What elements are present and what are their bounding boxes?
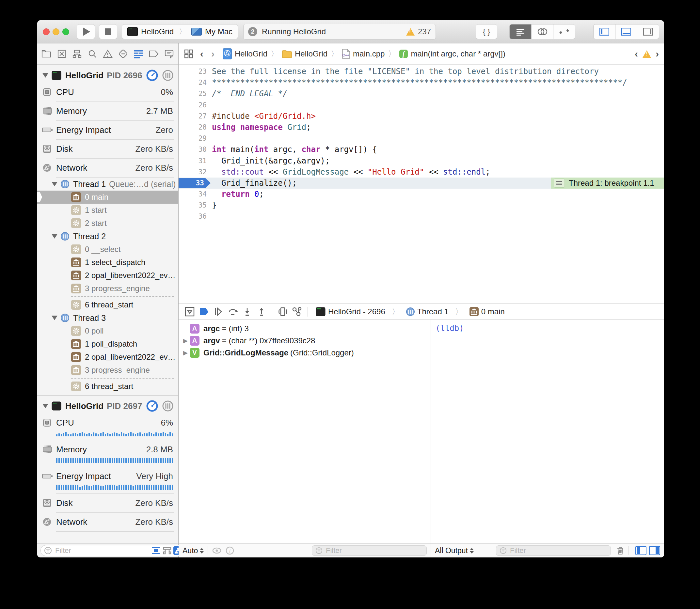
line-number[interactable]: 34 xyxy=(178,189,212,200)
code-line[interactable]: 24**************************************… xyxy=(178,77,664,88)
stat-row-network[interactable]: NetworkZero KB/s xyxy=(37,515,178,529)
stat-row-disk[interactable]: DiskZero KB/s xyxy=(37,496,178,510)
jumpbar-item[interactable]: C++main.cpp xyxy=(342,49,385,59)
previous-issue-button[interactable]: ‹ xyxy=(635,48,638,59)
issue-warning-icon[interactable] xyxy=(643,50,651,58)
next-issue-button[interactable]: › xyxy=(655,48,659,59)
tab-symbol-navigator[interactable] xyxy=(72,49,82,59)
back-button[interactable]: ‹ xyxy=(200,48,203,59)
disclosure-right-icon[interactable]: ▶ xyxy=(181,337,190,344)
toggle-navigator-button[interactable] xyxy=(594,24,615,39)
line-number[interactable]: 23 xyxy=(178,66,212,77)
debug-breadcrumb-item[interactable]: HelloGrid - 2696 xyxy=(316,307,385,316)
stack-frame-row[interactable]: 0 main xyxy=(37,191,178,204)
code-line[interactable]: 28using namespace Grid; xyxy=(178,122,664,133)
variable-row[interactable]: Aargc = (int) 3 xyxy=(178,323,431,334)
code-line[interactable]: 27#include <Grid/Grid.h> xyxy=(178,111,664,122)
code-line[interactable]: 35} xyxy=(178,200,664,211)
line-number[interactable]: 27 xyxy=(178,111,212,122)
step-into-button[interactable] xyxy=(240,307,254,316)
line-number[interactable]: 32 xyxy=(178,167,212,177)
stack-frame-row[interactable]: 6 thread_start xyxy=(37,298,178,311)
code-line[interactable]: 23See the full license in the file "LICE… xyxy=(178,66,664,77)
step-over-button[interactable] xyxy=(226,307,240,316)
zoom-window-button[interactable] xyxy=(62,29,69,35)
stack-frame-row[interactable]: 6 thread_start xyxy=(37,380,178,393)
source-editor[interactable]: 23See the full license in the file "LICE… xyxy=(178,65,664,303)
stat-row-cpu[interactable]: CPU0% xyxy=(37,85,178,99)
stack-frame-row[interactable]: 3 progress_engine xyxy=(37,364,178,377)
thread-row[interactable]: Thread 3 xyxy=(37,311,178,325)
code-line[interactable]: 36 xyxy=(178,211,664,222)
code-line[interactable]: 30int main(int argc, char * argv[]) { xyxy=(178,144,664,155)
stat-row-energy-impact[interactable]: Energy ImpactVery High xyxy=(37,469,178,483)
stack-frame-row[interactable]: 2 opal_libevent2022_ev… xyxy=(37,350,178,364)
code-line[interactable]: 31 Grid_init(&argc,&argv); xyxy=(178,155,664,167)
tab-source-control-navigator[interactable] xyxy=(56,49,67,59)
jumpbar-item[interactable]: HelloGrid xyxy=(282,49,327,58)
console-filter-field[interactable] xyxy=(496,545,611,556)
process-header[interactable]: HelloGridPID 2697 xyxy=(37,399,178,414)
jumpbar-item[interactable]: HelloGrid xyxy=(222,48,268,59)
breakpoint-annotation[interactable]: Thread 1: breakpoint 1.1 xyxy=(551,177,664,189)
line-number[interactable]: 28 xyxy=(178,122,212,133)
step-out-button[interactable] xyxy=(254,307,269,316)
code-snippets-button[interactable]: { } xyxy=(476,24,497,39)
thread-view-button[interactable] xyxy=(162,70,174,81)
clear-console-button[interactable] xyxy=(616,546,625,555)
navigator-filter-input[interactable] xyxy=(54,546,150,555)
disclosure-triangle-icon[interactable] xyxy=(42,73,48,78)
tab-report-navigator[interactable] xyxy=(164,49,174,59)
stat-row-energy-impact[interactable]: Energy ImpactZero xyxy=(37,123,178,137)
scheme-selector[interactable]: HelloGrid 〉 My Mac xyxy=(122,24,238,39)
stat-row-cpu[interactable]: CPU6% xyxy=(37,416,178,430)
related-items-icon[interactable] xyxy=(184,49,193,59)
toggle-debug-area-button[interactable] xyxy=(615,24,637,39)
version-editor-button[interactable] xyxy=(553,24,575,39)
tab-find-navigator[interactable] xyxy=(87,49,98,59)
console-filter-input[interactable] xyxy=(509,546,607,555)
console-scope-selector[interactable]: All Output xyxy=(435,546,474,555)
code-line[interactable]: 33 Grid_finalize();Thread 1: breakpoint … xyxy=(178,177,664,189)
assistant-editor-button[interactable] xyxy=(531,24,553,39)
thread-row[interactable]: Thread 1Queue:…d (serial) xyxy=(37,177,178,191)
performance-gauge-button[interactable] xyxy=(146,400,158,412)
thread-row[interactable]: Thread 2 xyxy=(37,230,178,243)
memory-graph-button[interactable] xyxy=(290,307,304,317)
stat-row-memory[interactable]: Memory2.7 MB xyxy=(37,104,178,118)
code-line[interactable]: 32 std::cout << GridLogMessage << "Hello… xyxy=(178,167,664,177)
debug-breadcrumb-item[interactable]: 0 main xyxy=(469,307,505,316)
code-line[interactable]: 26 xyxy=(178,100,664,111)
code-line[interactable]: 25/* END LEGAL */ xyxy=(178,88,664,99)
toggle-inspector-button[interactable] xyxy=(637,24,659,39)
stack-frame-row[interactable]: 1 select_dispatch xyxy=(37,256,178,269)
tab-test-navigator[interactable] xyxy=(118,49,128,59)
stat-row-network[interactable]: NetworkZero KB/s xyxy=(37,160,178,175)
hide-debug-area-button[interactable] xyxy=(183,307,197,317)
stat-row-disk[interactable]: DiskZero KB/s xyxy=(37,142,178,156)
line-number[interactable]: 29 xyxy=(178,133,212,144)
line-number[interactable]: 25 xyxy=(178,88,212,99)
line-number[interactable]: 24 xyxy=(178,77,212,88)
thread-view-button[interactable] xyxy=(162,400,174,412)
debug-breadcrumb-item[interactable]: Thread 1 xyxy=(406,307,449,316)
process-header[interactable]: HelloGridPID 2696 xyxy=(37,68,178,83)
stop-button[interactable] xyxy=(99,24,117,39)
line-number[interactable]: 35 xyxy=(178,200,212,211)
filter-crashed-threads-button[interactable] xyxy=(162,546,172,555)
close-window-button[interactable] xyxy=(43,29,50,35)
variables-scope-selector[interactable]: Auto xyxy=(183,546,204,555)
tab-breakpoint-navigator[interactable] xyxy=(149,49,159,59)
show-variables-view-button[interactable] xyxy=(635,546,647,555)
info-icon[interactable]: i xyxy=(226,546,234,555)
tab-project-navigator[interactable] xyxy=(41,49,52,59)
warning-count[interactable]: 237 xyxy=(418,27,431,36)
run-button[interactable] xyxy=(77,24,95,39)
disclosure-triangle-icon[interactable] xyxy=(52,234,57,239)
variables-filter-field[interactable] xyxy=(312,545,427,556)
view-hierarchy-button[interactable] xyxy=(276,307,290,317)
tab-debug-navigator[interactable] xyxy=(133,49,144,59)
breakpoint-indicator[interactable]: 33 xyxy=(178,178,210,188)
code-line[interactable]: 34 return 0; xyxy=(178,189,664,200)
stack-frame-row[interactable]: 0 __select xyxy=(37,243,178,256)
